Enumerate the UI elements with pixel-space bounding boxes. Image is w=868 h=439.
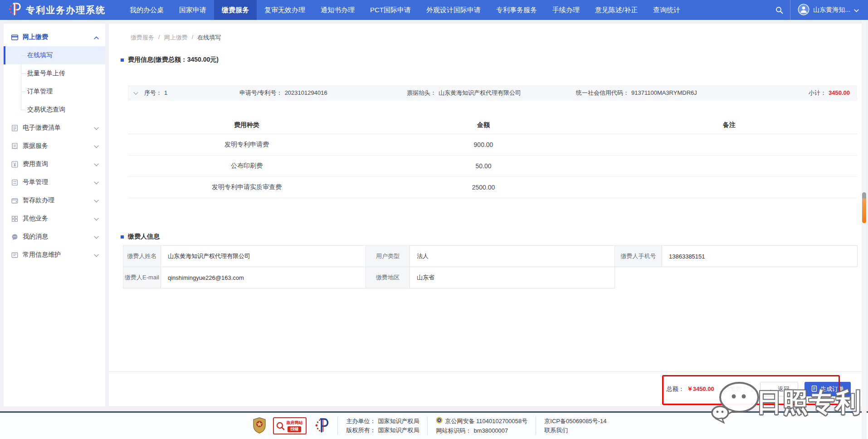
nav-item-reexamination[interactable]: 复审无效办理 [257,0,313,20]
chevron-down-icon [854,6,859,14]
nav-item-notice-handling[interactable]: 通知书办理 [313,0,362,20]
site-code-label: 网站标识码： [436,426,471,435]
page-footer: 政府网站 找错 主办单位： 国家知识产权局 版权所有： 国家知识产权局 [0,413,868,439]
sidebar-submenu: 在线填写 批量号单上传 订单管理 交易状态查询 [4,46,105,119]
sidebar-item-label: 电子缴费清单 [23,124,61,132]
fee-table-header: 费用种类 金额 备注 [128,116,857,134]
sidebar-item-deposit[interactable]: 暂存款办理 [4,191,105,210]
sidebar-item-batch-upload[interactable]: 批量号单上传 [4,64,105,83]
user-type-value: 法人 [410,246,615,267]
cnipa-logo-icon [314,417,329,435]
fee-amount: 900.00 [366,141,601,148]
fee-table-row: 发明专利申请实质审查费 2500.00 [128,177,857,198]
generate-order-label: 生成订单 [820,385,844,393]
nav-item-design-international[interactable]: 外观设计国际申请 [419,0,488,20]
chevron-down-icon [94,251,99,259]
nav-item-patent-affairs[interactable]: 专利事务服务 [488,0,545,20]
nav-item-procedure-handling[interactable]: 手续办理 [545,0,587,20]
payer-phone-label: 缴费人手机号 [615,246,662,267]
fee-table-row: 公布印刷费 50.00 [128,156,857,177]
fee-info-title-text: 费用信息(缴费总额：3450.00元) [128,56,219,64]
nav-item-my-desk[interactable]: 我的办公桌 [122,0,171,20]
nav-item-opinion-statement[interactable]: 意见陈述/补正 [587,0,645,20]
search-icon[interactable] [768,0,790,20]
breadcrumb-online-payment[interactable]: 网上缴费 [164,34,188,42]
invoice-list-icon [11,124,19,132]
user-menu[interactable]: 山东黄海知... [790,4,868,17]
fee-amount: 2500.00 [366,184,601,191]
back-button[interactable]: ← 返回 [760,382,798,396]
nav-item-pct-international[interactable]: PCT国际申请 [362,0,419,20]
gov-logo-line1: 政府网站 [286,420,302,426]
chevron-down-icon [94,215,99,222]
sidebar-item-my-messages[interactable]: 我的消息 [4,228,105,246]
summary-seq: 序号：1 [144,89,167,97]
payer-name-value: 山东黄海知识产权代理有限公司 [161,246,366,267]
breadcrumb-separator: / [158,34,160,42]
wallet-icon [11,197,19,205]
chevron-down-icon [94,179,99,186]
scrollbar-thumb[interactable] [862,198,866,223]
section-bullet [121,59,124,62]
sidebar-item-online-fill[interactable]: 在线填写 [4,46,105,64]
scrollbar-track[interactable] [862,20,867,439]
user-type-label: 用户类型 [366,246,410,267]
chevron-down-icon [94,161,99,168]
breadcrumb-payment-service[interactable]: 缴费服务 [131,34,154,42]
sidebar-item-label: 暂存款办理 [23,196,54,205]
sidebar-item-label: 费用查询 [23,160,48,168]
sidebar-item-label: 票据服务 [23,142,48,150]
badge-shield-icon [253,417,266,435]
sidebar-item-transaction-status[interactable]: 交易状态查询 [4,101,105,119]
payer-email-value: qinshimingyue226@163.com [161,267,366,288]
message-bubble-icon [11,233,19,241]
seq-value: 1 [164,89,167,96]
police-badge-icon [436,417,443,426]
nav-item-national-application[interactable]: 国家申请 [171,0,214,20]
bank-card-icon [11,34,19,41]
sidebar-item-number-bill[interactable]: 号单管理 [4,173,105,191]
breadcrumb-current: 在线填写 [197,34,221,42]
empty-cell [615,267,858,288]
app-logo-icon [7,2,22,18]
footer-logos: 政府网站 找错 [253,417,329,435]
user-avatar [798,4,809,17]
fee-col-amount: 金额 [366,121,601,129]
collapse-chevron-icon[interactable] [133,90,138,97]
fee-type: 发明专利申请实质审查费 [128,183,366,191]
credit-code-label: 统一社会信用代码： [576,89,629,96]
application-no-label: 申请号/专利号： [239,89,283,96]
breadcrumb-separator: / [192,34,194,42]
payer-region-label: 缴费地区 [366,267,410,288]
sidebar-item-order-management[interactable]: 订单管理 [4,83,105,101]
generate-order-button[interactable]: 生成订单 [805,382,851,396]
sidebar-item-epayment-list[interactable]: 电子缴费清单 [4,119,105,137]
sidebar-item-label: 我的消息 [23,233,48,241]
invoice-title-value: 山东黄海知识产权代理有限公司 [439,89,521,96]
nav-item-payment-service[interactable]: 缴费服务 [214,0,257,20]
nav-item-query-statistics[interactable]: 查询统计 [645,0,688,20]
count-label: 总笔数： [724,385,748,393]
sidebar-item-other-business[interactable]: 其他业务 [4,210,105,228]
total-label: 总额： [667,385,684,393]
footer-icp-column: 京ICP备05069085号-14 联系我们 [536,417,614,435]
contact-us-link[interactable]: 联系我们 [544,426,568,435]
sidebar-item-fee-query[interactable]: 费用查询 [4,155,105,173]
count-value: 1 [751,386,754,393]
grid-icon [11,215,19,223]
police-record-number: 京公网安备 11040102700058号 [445,417,527,426]
sidebar-item-receipt-service[interactable]: 票据服务 [4,137,105,155]
sidebar-group-online-payment[interactable]: 网上缴费 [4,28,105,46]
gov-logo-text: 政府网站 找错 [286,420,302,432]
application-no-value: 2023101294016 [285,89,327,96]
gov-site-error-report-logo[interactable]: 政府网站 找错 [273,417,307,434]
sidebar-item-common-info[interactable]: 常用信息维护 [4,246,105,264]
host-label: 主办单位： [346,417,375,426]
sidebar-item-label: 常用信息维护 [23,251,61,259]
fee-amount: 50.00 [366,162,601,170]
section-bullet [121,235,124,239]
chevron-down-icon [94,233,99,240]
sidebar: 网上缴费 在线填写 批量号单上传 订单管理 交易状态查询 电子缴费清单 票据服务… [4,24,105,406]
fee-col-type: 费用种类 [128,121,366,129]
fee-table: 费用种类 金额 备注 发明专利申请费 900.00 公布印刷费 50.00 发明… [128,116,857,198]
